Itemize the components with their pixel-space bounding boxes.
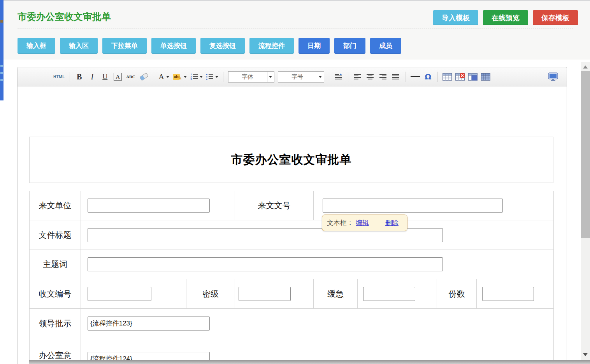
tooltip-delete-link[interactable]: 删除 xyxy=(385,218,399,227)
align-justify-button[interactable] xyxy=(392,71,401,83)
incoming-unit-input[interactable] xyxy=(88,199,210,213)
table-icon xyxy=(442,73,452,81)
bold-button[interactable]: B xyxy=(75,71,84,83)
ordered-list-icon: 123 xyxy=(190,73,197,80)
field-cell xyxy=(235,279,314,309)
align-center-icon xyxy=(367,74,374,80)
unordered-list-button[interactable] xyxy=(206,71,218,83)
italic-button[interactable]: I xyxy=(88,71,97,83)
field-cell xyxy=(358,279,437,309)
editor-toolbar: HTML B I U A ABC A ab xyxy=(18,67,567,86)
widget-tooltip: 文本框： 编辑 删除 xyxy=(322,215,407,231)
align-left-button[interactable] xyxy=(353,71,362,83)
scroll-up-icon[interactable] xyxy=(583,65,588,69)
delete-table-button[interactable] xyxy=(455,71,465,83)
scroll-down-icon[interactable] xyxy=(583,353,588,356)
form-fields-table: 来文单位 来文文号 文件标题 主题词 xyxy=(29,191,554,364)
toolbar-separator xyxy=(223,72,223,82)
delete-table-icon xyxy=(455,73,465,81)
table-row: 文件标题 xyxy=(30,220,554,250)
dropdown-caret-icon xyxy=(319,76,322,78)
widget-button-row: 输入框 输入区 下拉菜单 单选按钮 复选按钮 流程控件 日期 部门 成员 xyxy=(18,38,401,54)
dropdown-caret-icon xyxy=(166,76,169,78)
leader-comments-input[interactable] xyxy=(88,317,210,331)
highlight-color-button[interactable]: ab ✎ xyxy=(173,71,187,83)
save-template-button[interactable]: 保存模板 xyxy=(533,10,578,25)
underline-button[interactable]: U xyxy=(100,71,110,83)
table-grid-icon xyxy=(481,73,490,81)
align-center-button[interactable] xyxy=(366,71,375,83)
field-label-incoming-unit: 来文单位 xyxy=(30,191,81,220)
indent-button[interactable] xyxy=(334,71,343,83)
field-label-copies: 份数 xyxy=(437,279,477,309)
toolbar-separator xyxy=(70,72,70,82)
add-dropdown-button[interactable]: 下拉菜单 xyxy=(102,38,147,54)
toolbar-separator xyxy=(329,72,329,82)
editor-content[interactable]: 市委办公室收文审批单 来文单位 来文文号 xyxy=(18,86,567,364)
add-member-button[interactable]: 成员 xyxy=(370,38,401,54)
font-family-select[interactable]: 字体 xyxy=(228,71,274,83)
add-radio-button[interactable]: 单选按钮 xyxy=(151,38,196,54)
dropdown-caret-icon xyxy=(215,76,218,78)
horizontal-rule-icon xyxy=(411,76,420,77)
table-row: 来文单位 来文文号 xyxy=(30,191,554,220)
table-properties-button[interactable] xyxy=(481,71,490,83)
horizontal-scrollbar[interactable] xyxy=(29,360,590,364)
strikethrough-button[interactable]: ABC xyxy=(126,71,135,83)
edge-mark xyxy=(0,79,3,81)
add-department-button[interactable]: 部门 xyxy=(334,38,365,54)
select-arrow[interactable] xyxy=(317,72,324,82)
merge-cells-button[interactable] xyxy=(468,71,478,83)
fullscreen-button[interactable] xyxy=(548,71,558,83)
special-char-button[interactable]: Ω xyxy=(423,71,433,83)
font-size-select[interactable]: 字号 xyxy=(278,71,324,83)
add-input-box-button[interactable]: 输入框 xyxy=(18,38,55,54)
font-color-button[interactable]: A xyxy=(159,71,169,83)
horizontal-rule-button[interactable] xyxy=(411,71,420,83)
import-template-button[interactable]: 导入模板 xyxy=(433,10,478,25)
field-cell xyxy=(81,250,554,279)
toolbar-separator xyxy=(348,72,348,82)
urgency-input[interactable] xyxy=(363,287,415,301)
security-level-input[interactable] xyxy=(239,287,291,301)
field-cell xyxy=(81,191,235,220)
eraser-icon xyxy=(139,73,149,81)
field-cell xyxy=(81,220,554,250)
doc-number-input[interactable] xyxy=(323,199,503,213)
field-cell xyxy=(477,279,554,309)
remove-format-eraser-button[interactable] xyxy=(139,71,149,83)
ordered-list-button[interactable]: 123 xyxy=(190,71,202,83)
field-label-security-level: 密级 xyxy=(186,279,235,309)
table-row: 主题词 xyxy=(30,250,554,279)
add-flow-control-button[interactable]: 流程控件 xyxy=(249,38,294,54)
toolbar-separator xyxy=(154,72,154,82)
field-cell xyxy=(81,279,186,309)
dropdown-caret-icon xyxy=(269,76,272,78)
form-title: 市委办公室收文审批单 xyxy=(231,152,352,168)
rich-text-editor: HTML B I U A ABC A ab xyxy=(17,67,567,364)
field-label-urgency: 缓急 xyxy=(314,279,358,309)
vertical-scrollbar[interactable] xyxy=(581,62,590,364)
screen: 市委办公室收文审批单 导入模板 在线预览 保存模板 输入框 输入区 下拉菜单 单… xyxy=(0,0,590,364)
receipt-number-input[interactable] xyxy=(88,287,151,301)
tooltip-edit-link[interactable]: 编辑 xyxy=(356,218,369,227)
add-checkbox-button[interactable]: 复选按钮 xyxy=(200,38,245,54)
edge-mark xyxy=(0,72,3,74)
format-block-button[interactable]: A xyxy=(114,73,122,81)
select-arrow[interactable] xyxy=(267,72,274,82)
add-date-button[interactable]: 日期 xyxy=(299,38,330,54)
insert-table-button[interactable] xyxy=(442,71,452,83)
copies-input[interactable] xyxy=(482,287,534,301)
unordered-list-icon xyxy=(206,74,213,80)
align-justify-icon xyxy=(392,74,400,80)
field-label-receipt-number: 收文编号 xyxy=(30,279,81,309)
add-textarea-button[interactable]: 输入区 xyxy=(60,38,98,54)
html-source-button[interactable]: HTML xyxy=(53,71,65,83)
dropdown-caret-icon xyxy=(200,76,203,78)
align-right-button[interactable] xyxy=(379,71,388,83)
toolbar-separator xyxy=(406,72,406,82)
scrollbar-thumb[interactable] xyxy=(581,71,590,238)
keywords-input[interactable] xyxy=(88,257,443,271)
field-cell xyxy=(81,309,554,338)
online-preview-button[interactable]: 在线预览 xyxy=(483,10,528,25)
